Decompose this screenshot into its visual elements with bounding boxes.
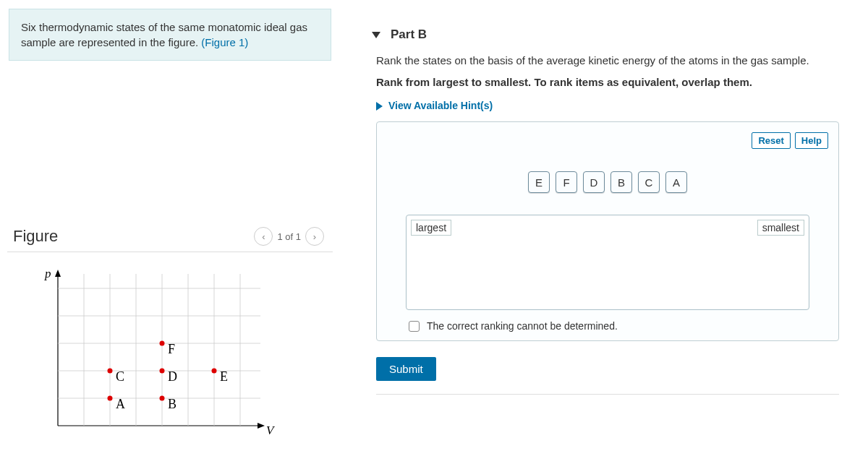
svg-point-22 [160, 369, 165, 374]
intro-text: Six thermodynamic states of the same mon… [21, 21, 307, 48]
chevron-right-icon [376, 102, 383, 111]
cannot-determine-label: The correct ranking cannot be determined… [427, 320, 618, 332]
part-title: Part B [391, 27, 427, 42]
rank-item-d[interactable]: D [583, 171, 605, 193]
svg-text:B: B [168, 397, 176, 411]
rank-item-b[interactable]: B [610, 171, 632, 193]
cannot-determine-checkbox[interactable] [409, 321, 420, 332]
collapse-icon [372, 32, 380, 38]
figure-link[interactable]: (Figure 1) [201, 36, 248, 48]
figure-next-button[interactable]: › [305, 227, 324, 246]
svg-text:C: C [116, 369, 124, 384]
svg-point-16 [108, 396, 113, 401]
figure-plot: p V A B C D E F [0, 252, 340, 457]
rank-item-f[interactable]: F [556, 171, 577, 193]
zone-label-smallest: smallest [757, 220, 804, 236]
y-axis-label: p [44, 267, 51, 280]
help-button[interactable]: Help [795, 132, 828, 149]
figure-prev-button[interactable]: ‹ [254, 227, 273, 246]
reset-button[interactable]: Reset [752, 132, 790, 149]
rank-item-e[interactable]: E [528, 171, 550, 193]
figure-pager: ‹ 1 of 1 › [254, 227, 324, 246]
svg-text:D: D [168, 369, 177, 384]
x-axis-label: V [266, 424, 276, 437]
view-hints-link[interactable]: View Available Hint(s) [362, 95, 854, 121]
ranking-instruction: Rank from largest to smallest. To rank i… [362, 74, 854, 95]
rank-item-c[interactable]: C [638, 171, 660, 193]
ranking-widget: Reset Help E F D B C A largest smallest … [376, 121, 839, 341]
svg-marker-3 [258, 423, 265, 429]
figure-header: Figure ‹ 1 of 1 › [7, 227, 333, 252]
part-header[interactable]: Part B [362, 7, 854, 52]
svg-point-26 [160, 341, 165, 346]
question-text: Rank the states on the basis of the aver… [362, 52, 854, 74]
figure-title: Figure [13, 227, 58, 246]
ranking-drop-zone[interactable]: largest smallest [406, 215, 809, 310]
svg-text:F: F [168, 342, 175, 356]
zone-label-largest: largest [411, 220, 451, 236]
svg-text:E: E [220, 369, 228, 384]
svg-text:A: A [116, 397, 125, 411]
svg-point-18 [160, 396, 165, 401]
figure-pager-label: 1 of 1 [277, 231, 301, 242]
pv-diagram: p V A B C D E F [36, 267, 282, 455]
problem-intro: Six thermodynamic states of the same mon… [9, 9, 331, 61]
submit-button[interactable]: Submit [376, 357, 436, 381]
svg-point-24 [212, 369, 217, 374]
svg-marker-2 [55, 270, 61, 277]
rank-item-a[interactable]: A [665, 171, 687, 193]
divider [376, 394, 839, 395]
svg-point-20 [108, 369, 113, 374]
